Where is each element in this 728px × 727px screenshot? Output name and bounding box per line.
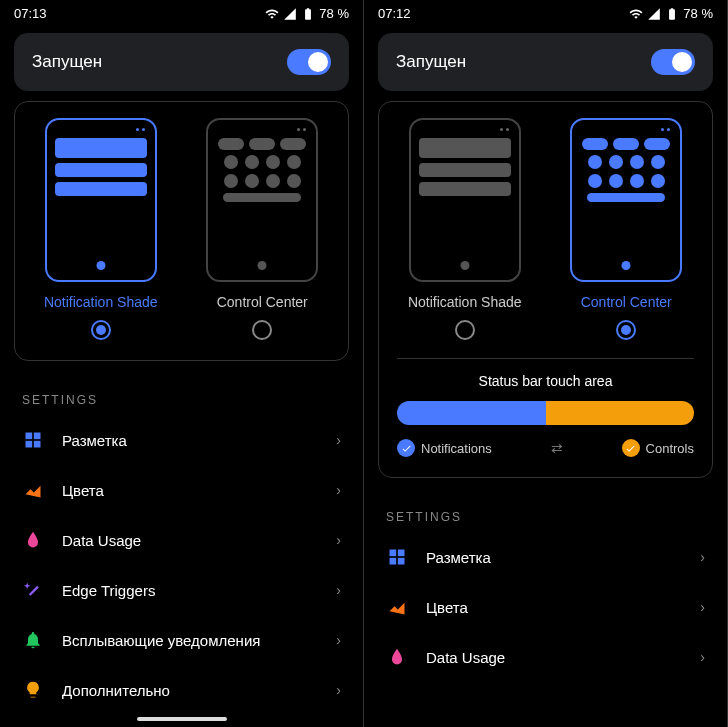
mode-radio[interactable]: [91, 320, 111, 340]
mode-control-center[interactable]: Control Center: [551, 118, 703, 340]
battery-icon: [301, 7, 315, 21]
legend-label: Notifications: [421, 441, 492, 456]
layout-icon: [22, 429, 44, 451]
flame-icon: [22, 529, 44, 551]
running-label: Запущен: [32, 52, 102, 72]
settings-item-popup-notifications[interactable]: Всплывающие уведомления ›: [0, 615, 363, 665]
touch-area-bar[interactable]: [397, 401, 694, 425]
mode-radio[interactable]: [252, 320, 272, 340]
chevron-right-icon: ›: [336, 632, 341, 648]
running-label: Запущен: [396, 52, 466, 72]
phone-mock-notification: [45, 118, 157, 282]
touch-segment-notifications: [397, 401, 546, 425]
signal-icon: [283, 7, 297, 21]
wifi-icon: [265, 7, 279, 21]
mode-label: Control Center: [217, 294, 308, 310]
svg-rect-3: [34, 441, 41, 448]
list-item-label: Data Usage: [62, 532, 318, 549]
battery-percent: 78 %: [683, 6, 713, 21]
wifi-icon: [629, 7, 643, 21]
running-card: Запущен: [378, 33, 713, 91]
flame-icon: [386, 646, 408, 668]
bulb-icon: [22, 679, 44, 701]
chevron-right-icon: ›: [700, 649, 705, 665]
mode-notification-shade[interactable]: Notification Shade: [25, 118, 177, 340]
running-toggle[interactable]: [651, 49, 695, 75]
screen-left: 07:13 78 % Запущен Notification Shade: [0, 0, 364, 727]
legend-controls[interactable]: Controls: [622, 439, 694, 457]
phone-mock-controlcenter: [206, 118, 318, 282]
running-card: Запущен: [14, 33, 349, 91]
list-item-label: Разметка: [426, 549, 682, 566]
legend-label: Controls: [646, 441, 694, 456]
phone-mock-controlcenter: [570, 118, 682, 282]
list-item-label: Data Usage: [426, 649, 682, 666]
section-header-settings: SETTINGS: [364, 488, 727, 532]
touch-area-title: Status bar touch area: [389, 373, 702, 389]
nav-handle[interactable]: [137, 717, 227, 721]
list-item-label: Edge Triggers: [62, 582, 318, 599]
settings-item-data-usage[interactable]: Data Usage ›: [0, 515, 363, 565]
chevron-right-icon: ›: [336, 582, 341, 598]
signal-icon: [647, 7, 661, 21]
layout-icon: [386, 546, 408, 568]
mode-selector-card: Notification Shade Control Center: [378, 101, 713, 478]
touch-area-legend: Notifications ⇄ Controls: [397, 439, 694, 457]
divider: [397, 358, 694, 359]
status-right: 78 %: [629, 6, 713, 21]
chevron-right-icon: ›: [700, 599, 705, 615]
status-time: 07:12: [378, 6, 411, 21]
settings-item-edge-triggers[interactable]: Edge Triggers ›: [0, 565, 363, 615]
legend-notifications[interactable]: Notifications: [397, 439, 492, 457]
check-icon: [397, 439, 415, 457]
svg-rect-4: [390, 550, 397, 557]
list-item-label: Всплывающие уведомления: [62, 632, 318, 649]
list-item-label: Дополнительно: [62, 682, 318, 699]
mode-notification-shade[interactable]: Notification Shade: [389, 118, 541, 340]
section-header-settings: SETTINGS: [0, 371, 363, 415]
svg-rect-6: [390, 558, 397, 565]
running-toggle[interactable]: [287, 49, 331, 75]
wand-icon: [22, 579, 44, 601]
swap-icon[interactable]: ⇄: [551, 440, 563, 456]
list-item-label: Цвета: [426, 599, 682, 616]
chevron-right-icon: ›: [336, 432, 341, 448]
svg-rect-0: [26, 433, 33, 440]
touch-segment-controls: [546, 401, 695, 425]
chevron-right-icon: ›: [700, 549, 705, 565]
list-item-label: Цвета: [62, 482, 318, 499]
status-bar: 07:13 78 %: [0, 0, 363, 23]
mode-label: Control Center: [581, 294, 672, 310]
mode-label: Notification Shade: [44, 294, 158, 310]
svg-rect-2: [26, 441, 33, 448]
settings-item-layout[interactable]: Разметка ›: [364, 532, 727, 582]
settings-item-extras[interactable]: Дополнительно ›: [0, 665, 363, 715]
bell-icon: [22, 629, 44, 651]
list-item-label: Разметка: [62, 432, 318, 449]
battery-percent: 78 %: [319, 6, 349, 21]
mode-radio[interactable]: [455, 320, 475, 340]
screen-right: 07:12 78 % Запущен Notification Shade: [364, 0, 728, 727]
palette-icon: [22, 479, 44, 501]
svg-rect-7: [398, 558, 405, 565]
check-icon: [622, 439, 640, 457]
chevron-right-icon: ›: [336, 482, 341, 498]
settings-item-colors[interactable]: Цвета ›: [0, 465, 363, 515]
status-time: 07:13: [14, 6, 47, 21]
settings-item-layout[interactable]: Разметка ›: [0, 415, 363, 465]
mode-label: Notification Shade: [408, 294, 522, 310]
settings-item-data-usage[interactable]: Data Usage ›: [364, 632, 727, 682]
chevron-right-icon: ›: [336, 532, 341, 548]
chevron-right-icon: ›: [336, 682, 341, 698]
svg-rect-1: [34, 433, 41, 440]
svg-rect-5: [398, 550, 405, 557]
battery-icon: [665, 7, 679, 21]
settings-item-colors[interactable]: Цвета ›: [364, 582, 727, 632]
mode-selector-card: Notification Shade Control Center: [14, 101, 349, 361]
palette-icon: [386, 596, 408, 618]
mode-radio[interactable]: [616, 320, 636, 340]
status-bar: 07:12 78 %: [364, 0, 727, 23]
status-right: 78 %: [265, 6, 349, 21]
phone-mock-notification: [409, 118, 521, 282]
mode-control-center[interactable]: Control Center: [187, 118, 339, 340]
